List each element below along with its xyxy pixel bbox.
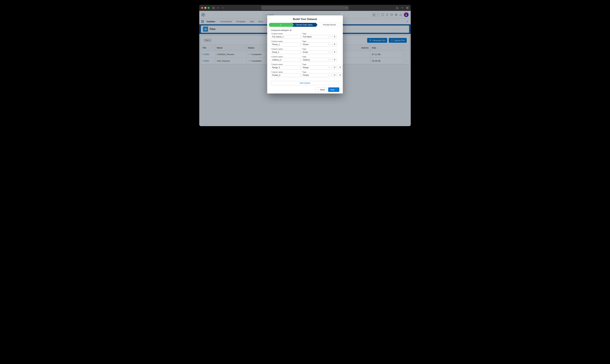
tab-group-chevron-icon[interactable] xyxy=(217,6,219,9)
type-label: *Type xyxy=(301,33,331,35)
svg-rect-0 xyxy=(213,7,215,9)
back-icon[interactable] xyxy=(221,6,224,9)
progress-step-done xyxy=(269,23,292,27)
delete-row-icon[interactable] xyxy=(332,34,337,39)
svg-marker-38 xyxy=(328,75,329,76)
tabs-overview-icon[interactable] xyxy=(406,6,409,9)
type-select[interactable]: Phone xyxy=(301,43,331,46)
type-label: *Type xyxy=(301,71,331,73)
column-name-label: *Column name xyxy=(271,40,300,42)
svg-marker-25 xyxy=(328,44,329,45)
modal-close-icon[interactable] xyxy=(340,12,344,15)
settings-gear-icon[interactable] xyxy=(332,73,337,77)
compound-section-label: Compound datatypes i xyxy=(271,29,339,31)
window-controls xyxy=(201,7,210,9)
type-label: *Type xyxy=(301,40,331,42)
delete-row-icon[interactable] xyxy=(338,73,342,77)
delete-row-icon[interactable] xyxy=(332,42,337,46)
column-name-label: *Column name xyxy=(271,56,300,58)
settings-gear-icon[interactable] xyxy=(332,65,337,69)
browser-window: ⋯ Search... xyxy=(199,5,411,126)
type-select[interactable]: Picklist xyxy=(301,73,331,77)
delete-row-icon[interactable] xyxy=(332,50,337,54)
field-row: *Column name Address_4 *Type Address xyxy=(271,56,339,62)
close-window-icon[interactable] xyxy=(201,7,203,9)
progress-step-choose: Choose Data Types xyxy=(292,23,316,27)
new-tab-icon[interactable] xyxy=(401,6,404,9)
column-name-label: *Column name xyxy=(271,33,300,35)
next-button[interactable]: Next xyxy=(328,87,339,92)
field-row: *Column name Range_5 *Type Range xyxy=(271,63,339,69)
progress-step-preview: Preview Result xyxy=(316,23,341,27)
type-select[interactable]: Full Name xyxy=(301,35,331,39)
svg-point-39 xyxy=(334,75,335,75)
svg-marker-22 xyxy=(328,37,329,37)
modal-progress: Choose Data Types Preview Result xyxy=(269,23,341,27)
column-name-label: *Column name xyxy=(271,63,300,65)
column-name-input[interactable]: Address_4 xyxy=(271,58,300,62)
build-dataset-modal: Build Your Dataset Choose Data Types Pre… xyxy=(267,15,343,93)
svg-marker-28 xyxy=(328,52,329,52)
type-select[interactable]: Address xyxy=(301,58,331,62)
type-label: *Type xyxy=(301,63,331,65)
delete-row-icon[interactable] xyxy=(332,57,337,62)
column-name-input[interactable]: Email_3 xyxy=(271,50,300,54)
field-row: *Column name Phone_2 *Type Phone xyxy=(271,40,339,46)
delete-row-icon[interactable] xyxy=(338,65,342,69)
titlebar: ⋯ xyxy=(199,5,411,11)
field-row: *Column name Picklist_6 *Type Picklist xyxy=(271,71,339,77)
add-column-button[interactable]: Add Column xyxy=(271,81,339,85)
column-name-input[interactable]: Picklist_6 xyxy=(271,73,300,77)
column-name-input[interactable]: Range_5 xyxy=(271,66,300,69)
field-row: *Column name Email_3 *Type Email xyxy=(271,48,339,54)
type-label: *Type xyxy=(301,56,331,58)
column-name-input[interactable]: Full_Name_1 xyxy=(271,35,300,39)
svg-rect-6 xyxy=(407,7,408,9)
reader-icon: ⋯ xyxy=(345,7,347,9)
svg-rect-5 xyxy=(407,7,408,9)
address-bar[interactable]: ⋯ xyxy=(261,6,349,10)
modal-title: Build Your Dataset xyxy=(267,18,343,21)
share-icon[interactable] xyxy=(396,6,399,9)
sidebar-toggle-icon[interactable] xyxy=(212,6,215,9)
svg-point-35 xyxy=(334,67,335,67)
type-label: *Type xyxy=(301,48,331,50)
minimize-window-icon[interactable] xyxy=(204,7,206,9)
field-row: *Column name Full_Name_1 *Type Full Name xyxy=(271,33,339,39)
svg-marker-31 xyxy=(328,60,329,60)
zoom-window-icon[interactable] xyxy=(208,7,210,9)
type-select[interactable]: Email xyxy=(301,50,331,54)
type-select[interactable]: Range xyxy=(301,66,331,69)
column-name-input[interactable]: Phone_2 xyxy=(271,43,300,46)
svg-marker-34 xyxy=(328,67,329,68)
back-button[interactable]: Back xyxy=(316,87,327,92)
info-icon[interactable]: i xyxy=(290,29,292,31)
app-viewport: Search... DataMax Connections xyxy=(199,11,411,126)
column-name-label: *Column name xyxy=(271,48,300,50)
column-name-label: *Column name xyxy=(271,71,300,73)
